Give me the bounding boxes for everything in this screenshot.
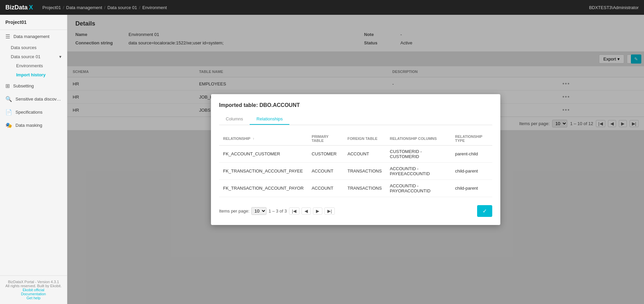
sidebar-item-import-history[interactable]: Import history (0, 70, 67, 79)
modal-relationships-table: RELATIONSHIP ↑ PRIMARY TABLE FOREIGN TAB… (219, 132, 492, 197)
breadcrumb: Project01 / Data management / Data sourc… (42, 5, 167, 10)
sort-icon[interactable]: ↑ (253, 137, 254, 141)
modal-col-primary-table: PRIMARY TABLE (308, 132, 343, 146)
rights-text: All rights reserved. Built by Ekobit. (5, 284, 62, 288)
modal-confirm-button[interactable]: ✓ (477, 205, 492, 217)
breadcrumb-sep-3: / (139, 5, 140, 10)
modal-page-info: 1 – 3 of 3 (269, 208, 287, 214)
data-management-icon: ☰ (5, 33, 10, 40)
breadcrumb-sep-2: / (104, 5, 106, 10)
modal-cell-relationship-type: parent-child (451, 145, 492, 162)
modal-footer: Items per page: 10 25 1 – 3 of 3 |◀ ◀ ▶ … (219, 202, 492, 217)
data-source-chevron-icon: ▾ (59, 54, 62, 59)
specifications-icon: 📄 (5, 109, 12, 115)
version-text: BizDataX Portal - Version 4.3.1 (5, 280, 62, 284)
modal-cell-relationship-columns: ACCOUNTID - PAYORACCOUNTID (386, 180, 451, 197)
modal-cell-foreign-table: TRANSACTIONS (344, 162, 386, 180)
modal-cell-relationship: FK_ACCOUNT_CUSTOMER (219, 145, 308, 162)
subsetting-icon: ⊞ (5, 83, 10, 89)
modal-cell-foreign-table: TRANSACTIONS (344, 180, 386, 197)
modal-col-relationship: RELATIONSHIP ↑ (219, 132, 308, 146)
sidebar-item-subsetting[interactable]: ⊞ Subsetting (0, 79, 67, 92)
sidebar-item-specifications[interactable]: 📄 Specifications (0, 106, 67, 119)
modal-col-relationship-type: RELATIONSHIP TYPE (451, 132, 492, 146)
tab-columns[interactable]: Columns (219, 114, 250, 125)
modal-cell-primary-table: ACCOUNT (308, 180, 343, 197)
modal-prev-page[interactable]: ◀ (301, 207, 311, 215)
modal-first-page[interactable]: |◀ (289, 207, 299, 215)
modal-next-page[interactable]: ▶ (313, 207, 322, 215)
modal-table-row: FK_TRANSACTION_ACCOUNT_PAYEE ACCOUNT TRA… (219, 162, 492, 180)
sidebar: Project01 ☰ Data management Data sources… (0, 15, 67, 304)
modal-title: Imported table: DBO.ACCOUNT (219, 102, 492, 108)
sidebar-item-label-data-management: Data management (13, 34, 49, 39)
sidebar-item-data-masking[interactable]: 🎭 Data masking (0, 119, 67, 132)
modal-cell-relationship-columns: ACCOUNTID - PAYEEACCOUNTID (386, 162, 451, 180)
sidebar-item-label-subsetting: Subsetting (13, 83, 34, 88)
modal-cell-relationship-type: child-parent (451, 180, 492, 197)
modal-tabs: Columns Relationships (219, 114, 492, 125)
modal-overlay: Imported table: DBO.ACCOUNT Columns Rela… (67, 15, 644, 304)
breadcrumb-project[interactable]: Project01 (42, 5, 61, 10)
logo-text: BizData (5, 4, 28, 11)
modal-table-row: FK_ACCOUNT_CUSTOMER CUSTOMER ACCOUNT CUS… (219, 145, 492, 162)
modal-table-row: FK_TRANSACTION_ACCOUNT_PAYOR ACCOUNT TRA… (219, 180, 492, 197)
nav-left: BizDataX Project01 / Data management / D… (5, 4, 167, 11)
modal-col-foreign-table: FOREIGN TABLE (344, 132, 386, 146)
modal-cell-relationship: FK_TRANSACTION_ACCOUNT_PAYOR (219, 180, 308, 197)
app-logo: BizDataX (5, 4, 33, 11)
tab-relationships[interactable]: Relationships (250, 114, 289, 125)
breadcrumb-sep-1: / (63, 5, 64, 10)
modal-cell-relationship-columns: CUSTOMERID - CUSTOMERID (386, 145, 451, 162)
help-link[interactable]: Get help (5, 296, 62, 300)
breadcrumb-environment[interactable]: Environment (142, 5, 167, 10)
modal-last-page[interactable]: ▶| (324, 207, 335, 215)
ekobit-link[interactable]: Ekobit official (5, 288, 62, 292)
modal-cell-relationship-type: child-parent (451, 162, 492, 180)
sidebar-footer: BizDataX Portal - Version 4.3.1 All righ… (0, 275, 67, 304)
sensitive-data-icon: 🔍 (5, 96, 12, 102)
modal-table-header-row: RELATIONSHIP ↑ PRIMARY TABLE FOREIGN TAB… (219, 132, 492, 146)
modal-items-per-page-select[interactable]: 10 25 (251, 207, 266, 215)
sidebar-item-data-management[interactable]: ☰ Data management (0, 30, 67, 43)
modal-cell-primary-table: ACCOUNT (308, 162, 343, 180)
sidebar-item-label-specifications: Specifications (15, 110, 42, 115)
sidebar-item-sensitive-data[interactable]: 🔍 Sensitive data discov… (0, 92, 67, 106)
modal-col-relationship-columns: RELATIONSHIP COLUMNS (386, 132, 451, 146)
breadcrumb-data-management[interactable]: Data management (66, 5, 102, 10)
main-content: Details Name Environment 01 Note - Conne… (67, 15, 644, 304)
modal-cell-primary-table: CUSTOMER (308, 145, 343, 162)
modal-dialog: Imported table: DBO.ACCOUNT Columns Rela… (211, 94, 500, 225)
modal-cell-foreign-table: ACCOUNT (344, 145, 386, 162)
modal-cell-relationship: FK_TRANSACTION_ACCOUNT_PAYEE (219, 162, 308, 180)
documentation-link[interactable]: Documentation (5, 292, 62, 296)
sidebar-item-environments[interactable]: Environments (0, 61, 67, 70)
breadcrumb-data-source[interactable]: Data source 01 (107, 5, 137, 10)
sidebar-item-data-source-01[interactable]: Data source 01 ▾ (0, 52, 67, 61)
data-source-01-label: Data source 01 (11, 54, 40, 59)
sidebar-project-label: Project01 (0, 15, 67, 30)
modal-items-per-page-label: Items per page: (219, 208, 249, 214)
user-info: BDXTEST3\Administrator (589, 5, 639, 10)
modal-pagination: Items per page: 10 25 1 – 3 of 3 |◀ ◀ ▶ … (219, 207, 335, 215)
sidebar-item-label-sensitive-data: Sensitive data discov… (15, 97, 61, 102)
top-navigation: BizDataX Project01 / Data management / D… (0, 0, 644, 15)
sidebar-item-data-sources[interactable]: Data sources (0, 43, 67, 52)
sidebar-item-label-data-masking: Data masking (15, 123, 42, 128)
data-masking-icon: 🎭 (5, 122, 12, 128)
logo-x: X (29, 4, 33, 11)
